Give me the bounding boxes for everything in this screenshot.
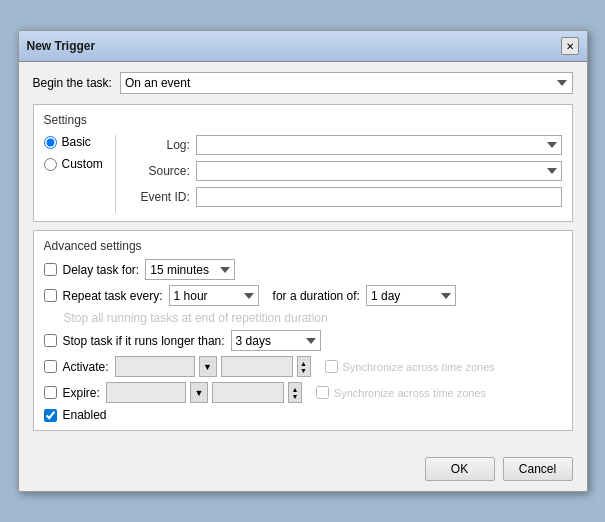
expire-time-spin[interactable]: ▲ ▼ xyxy=(288,382,302,403)
delay-task-dropdown[interactable]: 15 minutes 30 minutes 1 hour 8 hours 1 d… xyxy=(145,259,235,280)
custom-radio-label[interactable]: Custom xyxy=(44,157,103,171)
expire-sync-text: Synchronize across time zones xyxy=(334,387,486,399)
basic-label: Basic xyxy=(62,135,91,149)
repeat-task-checkbox[interactable] xyxy=(44,289,57,302)
enabled-checkbox[interactable] xyxy=(44,409,57,422)
title-bar: New Trigger ✕ xyxy=(19,31,587,62)
activate-row: Activate: 5/25/2017 ▼ 5:21:02 PM ▲ ▼ Syn… xyxy=(44,356,562,377)
delay-task-checkbox[interactable] xyxy=(44,263,57,276)
begin-task-dropdown[interactable]: On an event On a schedule At log on At s… xyxy=(120,72,573,94)
custom-label: Custom xyxy=(62,157,103,171)
ok-button[interactable]: OK xyxy=(425,457,495,481)
dialog-body: Begin the task: On an event On a schedul… xyxy=(19,62,587,449)
expire-time-input[interactable]: 5:21:02 PM xyxy=(212,382,284,403)
delay-task-label: Delay task for: xyxy=(63,263,140,277)
enabled-row: Enabled xyxy=(44,408,562,422)
stop-task-checkbox[interactable] xyxy=(44,334,57,347)
duration-dropdown[interactable]: 1 day 1 hour 12 hours Indefinitely xyxy=(366,285,456,306)
stop-all-row: Stop all running tasks at end of repetit… xyxy=(64,311,562,325)
advanced-settings-section: Advanced settings Delay task for: 15 min… xyxy=(33,230,573,431)
activate-time-up[interactable]: ▲ xyxy=(298,360,310,367)
dialog-title: New Trigger xyxy=(27,39,96,53)
for-duration-label: for a duration of: xyxy=(273,289,360,303)
enabled-label: Enabled xyxy=(63,408,107,422)
expire-label: Expire: xyxy=(63,386,100,400)
repeat-task-row: Repeat task every: 1 hour 30 minutes 2 h… xyxy=(44,285,562,306)
stop-task-row: Stop task if it runs longer than: 3 days… xyxy=(44,330,562,351)
activate-date-input[interactable]: 5/25/2017 xyxy=(115,356,195,377)
activate-datetime: 5/25/2017 ▼ 5:21:02 PM ▲ ▼ xyxy=(115,356,311,377)
activate-time-down[interactable]: ▼ xyxy=(298,367,310,374)
begin-task-label: Begin the task: xyxy=(33,76,112,90)
activate-sync-label[interactable]: Synchronize across time zones xyxy=(325,360,495,373)
settings-section: Settings Basic Custom Log: xyxy=(33,104,573,222)
source-dropdown[interactable] xyxy=(196,161,562,181)
new-trigger-dialog: New Trigger ✕ Begin the task: On an even… xyxy=(18,30,588,492)
basic-radio-label[interactable]: Basic xyxy=(44,135,103,149)
expire-sync-checkbox[interactable] xyxy=(316,386,329,399)
expire-date-btn[interactable]: ▼ xyxy=(190,382,208,403)
log-dropdown[interactable] xyxy=(196,135,562,155)
custom-radio[interactable] xyxy=(44,158,57,171)
eventid-field-row: Event ID: xyxy=(130,187,562,207)
source-label: Source: xyxy=(130,164,190,178)
stop-task-label: Stop task if it runs longer than: xyxy=(63,334,225,348)
activate-label: Activate: xyxy=(63,360,109,374)
eventid-label: Event ID: xyxy=(130,190,190,204)
activate-time-spin[interactable]: ▲ ▼ xyxy=(297,356,311,377)
expire-time-up[interactable]: ▲ xyxy=(289,386,301,393)
delay-task-row: Delay task for: 15 minutes 30 minutes 1 … xyxy=(44,259,562,280)
radio-column: Basic Custom xyxy=(44,135,116,213)
settings-inner: Basic Custom Log: xyxy=(44,135,562,213)
expire-sync-label[interactable]: Synchronize across time zones xyxy=(316,386,486,399)
activate-date-btn[interactable]: ▼ xyxy=(199,356,217,377)
expire-datetime: 5/25/2018 ▼ 5:21:02 PM ▲ ▼ xyxy=(106,382,302,403)
repeat-task-dropdown[interactable]: 1 hour 30 minutes 2 hours 4 hours 8 hour… xyxy=(169,285,259,306)
repeat-task-label: Repeat task every: xyxy=(63,289,163,303)
expire-time-down[interactable]: ▼ xyxy=(289,393,301,400)
cancel-button[interactable]: Cancel xyxy=(503,457,573,481)
eventid-input[interactable] xyxy=(196,187,562,207)
log-field-row: Log: xyxy=(130,135,562,155)
for-duration-container: for a duration of: 1 day 1 hour 12 hours… xyxy=(273,285,456,306)
stop-all-label: Stop all running tasks at end of repetit… xyxy=(64,311,328,325)
advanced-label: Advanced settings xyxy=(44,239,562,253)
log-label: Log: xyxy=(130,138,190,152)
begin-task-row: Begin the task: On an event On a schedul… xyxy=(33,72,573,94)
expire-checkbox[interactable] xyxy=(44,386,57,399)
activate-checkbox[interactable] xyxy=(44,360,57,373)
activate-sync-text: Synchronize across time zones xyxy=(343,361,495,373)
basic-radio[interactable] xyxy=(44,136,57,149)
close-button[interactable]: ✕ xyxy=(561,37,579,55)
fields-column: Log: Source: Event ID: xyxy=(116,135,562,213)
activate-sync-checkbox[interactable] xyxy=(325,360,338,373)
stop-task-dropdown[interactable]: 3 days 1 hour 2 hours 1 day 30 days xyxy=(231,330,321,351)
source-field-row: Source: xyxy=(130,161,562,181)
expire-row: Expire: 5/25/2018 ▼ 5:21:02 PM ▲ ▼ Synch… xyxy=(44,382,562,403)
activate-time-input[interactable]: 5:21:02 PM xyxy=(221,356,293,377)
expire-date-input[interactable]: 5/25/2018 xyxy=(106,382,186,403)
button-row: OK Cancel xyxy=(19,449,587,491)
close-icon: ✕ xyxy=(566,41,574,52)
settings-label: Settings xyxy=(44,113,562,127)
